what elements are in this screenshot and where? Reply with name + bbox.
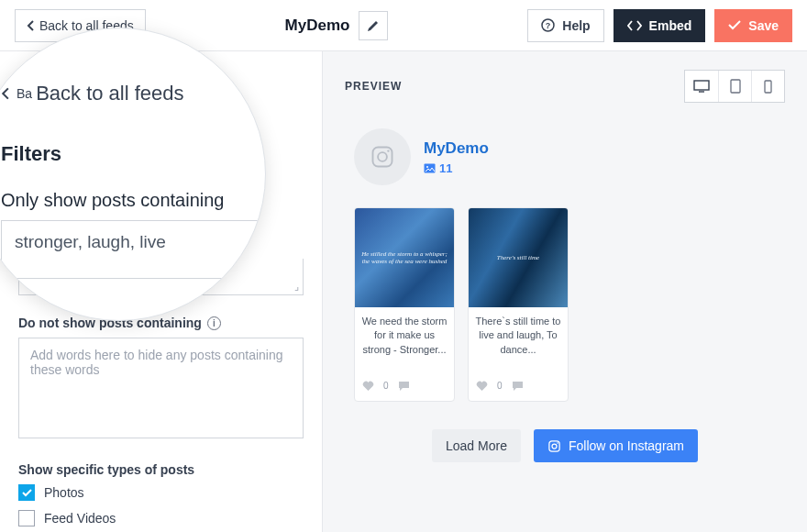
help-icon[interactable]: i (207, 316, 221, 330)
profile-name[interactable]: MyDemo (424, 139, 489, 158)
heart-icon (476, 381, 488, 392)
follow-button[interactable]: Follow on Instagram (534, 429, 698, 462)
back-button[interactable]: Back to all feeds (15, 9, 146, 42)
device-tablet[interactable] (718, 71, 751, 102)
post-caption: There`s still time to live and laugh, To… (469, 307, 568, 377)
exclude-section: Do not show posts containing i (18, 316, 304, 442)
embed-label: Embed (649, 18, 692, 33)
checkbox-feed-videos[interactable]: Feed Videos (18, 510, 304, 526)
post-caption: We need the storm for it make us strong … (355, 307, 454, 377)
exclude-textarea[interactable] (18, 338, 304, 438)
help-button[interactable]: ? Help (527, 9, 603, 42)
profile-row: MyDemo 11 (345, 128, 785, 185)
code-icon (627, 20, 642, 31)
device-tabs (684, 70, 785, 103)
feed-title: MyDemo (285, 17, 350, 35)
svg-rect-3 (731, 80, 740, 93)
svg-text:?: ? (546, 21, 551, 30)
top-bar: Back to all feeds MyDemo ? Help Embed Sa… (0, 0, 807, 51)
preview-heading: PREVIEW (345, 80, 402, 93)
checkbox-icon (18, 484, 35, 501)
comment-icon (398, 381, 410, 392)
load-more-button[interactable]: Load More (432, 429, 521, 462)
types-heading: Show specific types of posts (18, 462, 304, 477)
help-label: Help (562, 18, 590, 33)
desktop-icon (693, 80, 710, 93)
instagram-icon (370, 144, 395, 170)
device-mobile[interactable] (751, 71, 784, 102)
back-label: Back to all feeds (39, 18, 134, 33)
main-area: Ba Back to all feeds Filters Only show p… (0, 51, 807, 532)
avatar (354, 128, 411, 185)
svg-rect-2 (694, 81, 709, 90)
comment-icon (512, 381, 524, 392)
title-area: MyDemo (157, 11, 517, 40)
save-button[interactable]: Save (714, 9, 792, 42)
checkbox-icon (18, 510, 35, 526)
svg-rect-4 (765, 81, 771, 93)
post-card[interactable]: There's still time There`s still time to… (468, 207, 569, 402)
svg-point-6 (378, 152, 387, 161)
heart-icon (362, 381, 374, 392)
exclude-label: Do not show posts containing i (18, 316, 304, 330)
mobile-icon (764, 80, 772, 94)
post-count: 11 (424, 161, 489, 175)
post-engagement: 0 0 (355, 377, 454, 401)
posts-grid: He stilled the storm to a whisper; the w… (345, 207, 785, 402)
save-label: Save (748, 18, 779, 33)
svg-point-12 (557, 442, 558, 444)
embed-button[interactable]: Embed (614, 9, 706, 42)
top-actions: ? Help Embed Save (527, 9, 792, 42)
sidebar: Ba Back to all feeds Filters Only show p… (0, 51, 323, 532)
chevron-left-icon (27, 20, 34, 31)
help-circle-icon: ? (541, 18, 555, 32)
post-thumbnail: There's still time (469, 208, 568, 307)
svg-rect-5 (373, 148, 392, 167)
pencil-icon (367, 19, 380, 32)
edit-title-button[interactable] (359, 11, 388, 40)
svg-point-11 (552, 444, 557, 449)
post-card[interactable]: He stilled the storm to a whisper; the w… (354, 207, 455, 402)
svg-point-7 (387, 150, 389, 151)
checkbox-photos[interactable]: Photos (18, 484, 304, 501)
post-thumbnail: He stilled the storm to a whisper; the w… (355, 208, 454, 307)
image-icon (424, 163, 436, 173)
post-engagement: 0 0 (469, 377, 568, 401)
device-desktop[interactable] (685, 71, 718, 102)
preview-panel: PREVIEW MyDemo 11 He stilled the storm (323, 51, 807, 532)
check-icon (728, 20, 741, 30)
tablet-icon (730, 79, 741, 94)
post-types-section: Show specific types of posts Photos Feed… (18, 462, 304, 532)
svg-point-9 (426, 166, 428, 168)
chevron-left-icon (1, 87, 9, 100)
instagram-icon (547, 439, 561, 453)
